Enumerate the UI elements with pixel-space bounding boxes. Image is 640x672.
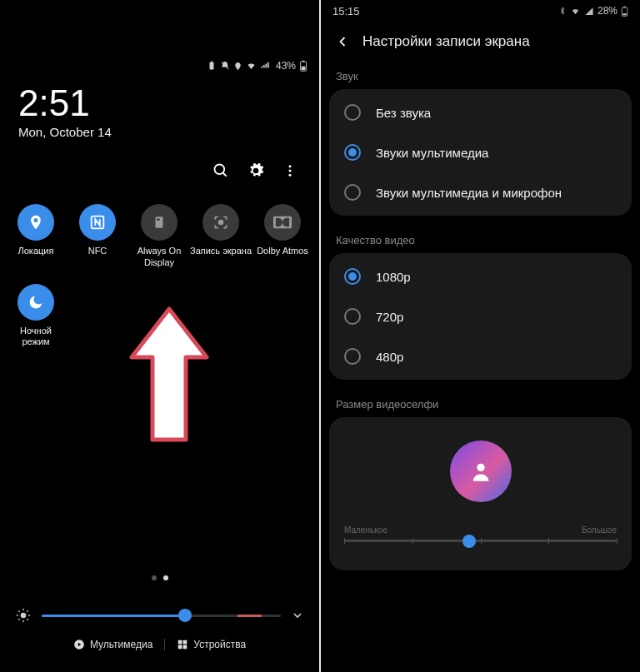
chevron-down-icon[interactable]: [291, 609, 304, 622]
radio-label: 480p: [376, 350, 403, 364]
radio-label: 1080p: [376, 270, 411, 284]
svg-rect-3: [302, 61, 305, 62]
radio-no-sound[interactable]: Без звука: [329, 92, 632, 132]
svg-line-22: [18, 619, 20, 620]
page-header: Настройки записи экрана: [321, 22, 640, 65]
location-icon: [18, 204, 54, 241]
screen-record-settings: 15:15 28% Настройки записи экрана Звук: [321, 0, 640, 672]
tile-label: Always On Display: [128, 246, 190, 269]
svg-rect-29: [183, 645, 188, 650]
tile-aod[interactable]: Always On Display: [128, 204, 190, 269]
brightness-icon: [15, 607, 32, 624]
nfc-icon: [79, 204, 116, 241]
svg-rect-28: [178, 645, 182, 650]
radio-720p[interactable]: 720p: [329, 296, 632, 336]
quick-settings-panel: 43% 2:51 Mon, October 14 Локация: [0, 0, 319, 672]
svg-point-13: [219, 221, 223, 225]
slider-min-label: Маленькое: [344, 525, 388, 535]
signal-icon: [584, 7, 594, 16]
power-save-icon: [207, 61, 217, 71]
status-bar: 15:15 28%: [321, 0, 640, 22]
dot: [152, 575, 157, 580]
tile-label: NFC: [88, 246, 108, 257]
qs-footer: Мультимедиа Устройства: [0, 575, 319, 660]
tile-nfc[interactable]: NFC: [67, 204, 128, 269]
svg-line-21: [27, 619, 28, 620]
section-sound-label: Звук: [321, 65, 640, 89]
wifi-icon: [246, 61, 257, 71]
radio-icon: [344, 184, 361, 201]
sound-options-card: Без звука Звуки мультимедиа Звуки мульти…: [329, 89, 632, 216]
tab-devices[interactable]: Устройства: [170, 635, 252, 654]
screen-record-icon: [202, 204, 239, 241]
radio-label: Звуки мультимедиа и микрофон: [376, 186, 562, 200]
svg-point-5: [215, 165, 225, 175]
selfie-size-card: Маленькое Большое: [329, 417, 632, 570]
tile-label: Запись экрана: [190, 246, 252, 257]
svg-rect-31: [623, 6, 626, 7]
radio-1080p[interactable]: 1080p: [329, 256, 632, 296]
page-dots: [12, 575, 308, 580]
brightness-slider[interactable]: [42, 615, 281, 617]
tile-screen-record[interactable]: Запись экрана: [190, 204, 252, 269]
dot-active: [163, 575, 168, 580]
radio-media-mic[interactable]: Звуки мультимедиа и микрофон: [329, 172, 632, 212]
battery-icon: [621, 6, 628, 17]
tile-night-mode[interactable]: Ночной режим: [5, 284, 67, 349]
clock-block: 2:51 Mon, October 14: [0, 78, 319, 144]
status-time: 15:15: [332, 5, 360, 17]
svg-rect-0: [209, 62, 213, 70]
slider-max-label: Большое: [582, 525, 617, 535]
page-title: Настройки записи экрана: [362, 33, 530, 50]
radio-icon: [344, 348, 361, 365]
radio-label: Без звука: [376, 106, 431, 120]
location-status-icon: [233, 62, 242, 71]
aod-icon: [141, 204, 178, 241]
tile-location[interactable]: Локация: [5, 204, 67, 269]
svg-point-9: [289, 174, 292, 177]
quality-options-card: 1080p 720p 480p: [329, 253, 632, 380]
tab-label: Мультимедиа: [90, 639, 152, 650]
dolby-icon: [264, 204, 301, 241]
tile-dolby[interactable]: Dolby Atmos: [252, 204, 313, 269]
bluetooth-icon: [558, 6, 567, 16]
svg-line-20: [18, 610, 20, 612]
clock-time: 2:51: [18, 85, 301, 122]
svg-rect-26: [178, 640, 182, 645]
tile-label: Dolby Atmos: [257, 246, 308, 257]
tile-label: Ночной режим: [5, 326, 67, 349]
bottom-tabs: Мультимедиа Устройства: [12, 635, 308, 654]
radio-label: 720p: [376, 310, 403, 324]
svg-point-15: [21, 613, 27, 619]
brightness-row: [12, 602, 308, 635]
tab-multimedia[interactable]: Мультимедиа: [67, 635, 159, 654]
selfie-size-slider[interactable]: [344, 540, 617, 542]
signal-icon: [260, 61, 271, 71]
radio-icon: [344, 308, 361, 325]
more-icon[interactable]: [282, 162, 298, 179]
svg-rect-4: [302, 67, 306, 71]
svg-point-7: [289, 165, 292, 167]
svg-rect-27: [183, 640, 188, 645]
battery-pct: 43%: [276, 60, 296, 72]
radio-media-sound[interactable]: Звуки мультимедиа: [329, 132, 632, 172]
selfie-avatar-preview: [450, 441, 512, 502]
radio-icon: [344, 144, 361, 161]
clock-date: Mon, October 14: [18, 125, 301, 139]
qs-action-row: [0, 144, 319, 186]
svg-rect-32: [622, 13, 627, 15]
search-icon[interactable]: [212, 162, 229, 179]
radio-480p[interactable]: 480p: [329, 336, 632, 376]
back-icon[interactable]: [334, 33, 351, 50]
battery-icon: [299, 60, 308, 72]
svg-rect-12: [157, 219, 160, 221]
radio-icon: [344, 268, 361, 285]
svg-rect-11: [156, 217, 163, 228]
tab-label: Устройства: [193, 639, 246, 650]
svg-line-23: [27, 610, 28, 612]
separator: [164, 639, 165, 650]
slider-labels: Маленькое Большое: [344, 525, 617, 535]
gear-icon[interactable]: [248, 162, 264, 179]
section-selfie-label: Размер видеоселфи: [321, 393, 640, 417]
status-bar: 43%: [0, 53, 319, 78]
